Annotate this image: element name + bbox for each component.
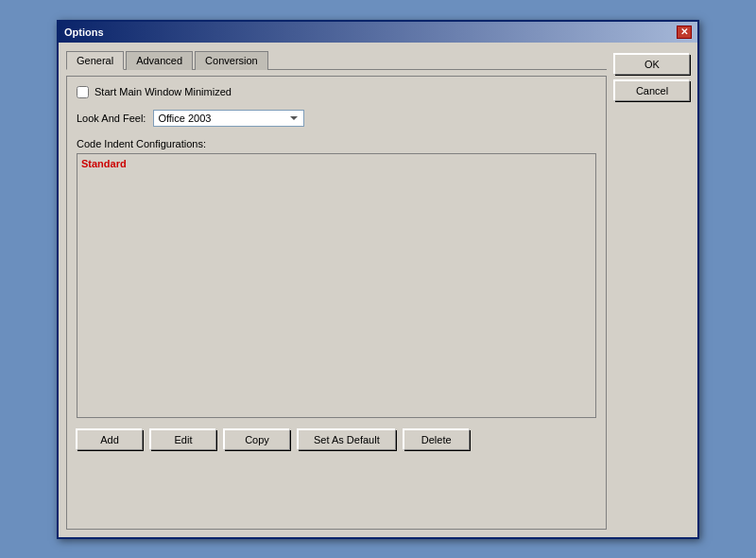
tab-conversion[interactable]: Conversion [195, 51, 268, 70]
window-title: Options [64, 26, 104, 38]
look-feel-select[interactable]: Office 2003 Default Windows XP Eclipse [153, 110, 304, 127]
bottom-buttons: Add Edit Copy Set As Default Delete [77, 426, 596, 450]
code-indent-list[interactable]: Standard [77, 153, 596, 418]
side-buttons: OK Cancel [614, 50, 690, 530]
cancel-button[interactable]: Cancel [614, 80, 690, 101]
tab-advanced[interactable]: Advanced [126, 51, 193, 70]
copy-button[interactable]: Copy [224, 429, 290, 450]
add-button[interactable]: Add [77, 429, 143, 450]
title-bar: Options ✕ [59, 22, 697, 43]
start-minimized-label: Start Main Window Minimized [94, 86, 232, 97]
start-minimized-row: Start Main Window Minimized [77, 86, 596, 98]
list-item-standard[interactable]: Standard [81, 158, 592, 169]
tab-general[interactable]: General [66, 51, 124, 70]
options-window: Options ✕ General Advanced Conversion St… [57, 20, 699, 539]
tab-bar: General Advanced Conversion [66, 50, 607, 70]
start-minimized-checkbox[interactable] [77, 86, 89, 98]
content-panel: Start Main Window Minimized Look And Fee… [66, 76, 607, 530]
close-button[interactable]: ✕ [677, 26, 692, 39]
main-area: General Advanced Conversion Start Main W… [66, 50, 607, 530]
window-body: General Advanced Conversion Start Main W… [59, 43, 697, 537]
delete-button[interactable]: Delete [404, 429, 470, 450]
look-feel-select-wrapper: Office 2003 Default Windows XP Eclipse [153, 110, 304, 127]
look-feel-label: Look And Feel: [77, 113, 146, 124]
edit-button[interactable]: Edit [150, 429, 216, 450]
ok-button[interactable]: OK [614, 54, 690, 75]
set-as-default-button[interactable]: Set As Default [298, 429, 396, 450]
code-indent-label: Code Indent Configurations: [77, 138, 596, 149]
look-feel-row: Look And Feel: Office 2003 Default Windo… [77, 110, 596, 127]
